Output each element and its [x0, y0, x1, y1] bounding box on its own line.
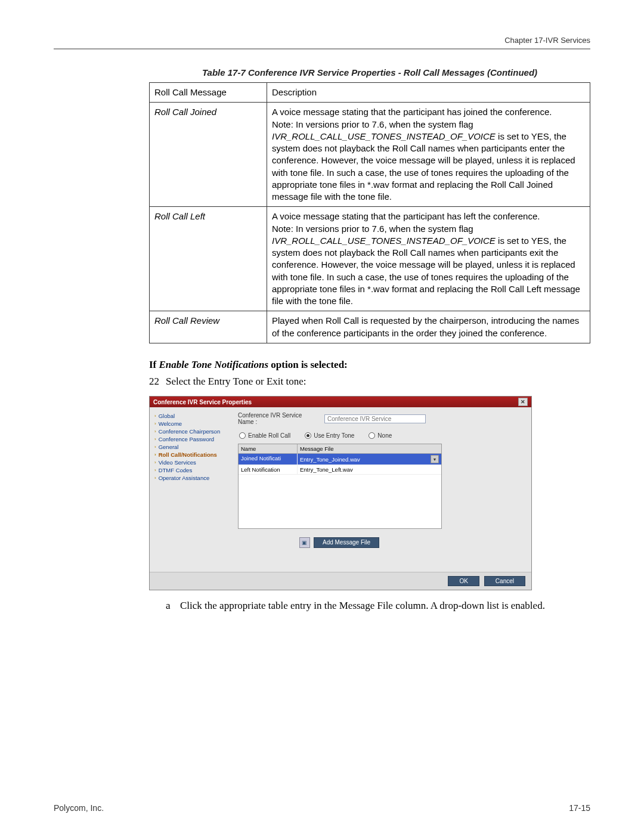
nav-item[interactable]: ›Operator Assistance — [154, 474, 232, 482]
chevron-right-icon: › — [154, 475, 156, 481]
nav-item[interactable]: ›General — [154, 443, 232, 451]
chevron-right-icon: › — [154, 444, 156, 450]
substep-a: aClick the appropriate table entry in th… — [166, 599, 590, 614]
message-row[interactable]: Joined NotificatiEntry_Tone_Joined.wav▼ — [239, 454, 441, 465]
tone-radio-group: Enable Roll Call Use Entry Tone None — [238, 432, 527, 439]
nav-item-label: Operator Assistance — [159, 475, 210, 481]
service-name-input[interactable]: Conference IVR Service — [324, 414, 426, 423]
dropdown-arrow-icon[interactable]: ▼ — [431, 455, 439, 463]
nav-item-label: Conference Chairperson — [159, 428, 221, 435]
msg-head-name: Name — [239, 444, 298, 453]
roll-call-desc: A voice message stating that the partici… — [267, 103, 590, 207]
cancel-button[interactable]: Cancel — [484, 576, 525, 586]
dialog-titlebar: Conference IVR Service Properties ✕ — [150, 397, 531, 407]
nav-item-label: DTMF Codes — [159, 467, 192, 473]
ivr-properties-dialog: Conference IVR Service Properties ✕ ›Glo… — [149, 396, 532, 590]
nav-item[interactable]: ›DTMF Codes — [154, 466, 232, 474]
chevron-right-icon: › — [154, 467, 156, 473]
add-file-icon[interactable]: ▣ — [299, 537, 310, 548]
roll-call-name: Roll Call Left — [150, 207, 267, 311]
service-name-label: Conference IVR Service Name : — [238, 412, 318, 425]
table-head-col1: Roll Call Message — [150, 83, 267, 103]
table-row: Roll Call JoinedA voice message stating … — [150, 103, 590, 207]
roll-call-desc: Played when Roll Call is requested by th… — [267, 311, 590, 343]
nav-item[interactable]: ›Video Services — [154, 459, 232, 466]
roll-call-desc: A voice message stating that the partici… — [267, 207, 590, 311]
nav-item[interactable]: ›Global — [154, 412, 232, 420]
table-head-col2: Description — [267, 83, 590, 103]
table-row: Roll Call LeftA voice message stating th… — [150, 207, 590, 311]
nav-item-label: Global — [159, 413, 175, 419]
chevron-right-icon: › — [154, 429, 156, 434]
nav-item[interactable]: ›Roll Call/Notifications — [154, 451, 232, 459]
table-caption: Table 17-7 Conference IVR Service Proper… — [149, 67, 590, 78]
chevron-right-icon: › — [154, 421, 156, 426]
msg-head-file: Message File — [298, 444, 441, 453]
dialog-title: Conference IVR Service Properties — [153, 399, 252, 405]
nav-item[interactable]: ›Welcome — [154, 420, 232, 428]
table-row: Roll Call ReviewPlayed when Roll Call is… — [150, 311, 590, 343]
chapter-header: Chapter 17-IVR Services — [54, 36, 590, 45]
radio-enable-roll-call[interactable]: Enable Roll Call — [239, 432, 290, 439]
footer-left: Polycom, Inc. — [54, 803, 104, 813]
chevron-right-icon: › — [154, 436, 156, 442]
nav-item[interactable]: ›Conference Password — [154, 435, 232, 443]
radio-none[interactable]: None — [369, 432, 392, 439]
nav-item-label: Video Services — [159, 459, 196, 466]
chevron-right-icon: › — [154, 452, 156, 457]
header-rule — [54, 48, 590, 49]
nav-item-label: General — [159, 444, 179, 450]
roll-call-name: Roll Call Review — [150, 311, 267, 343]
message-row-name: Left Notification — [239, 465, 298, 474]
step-22: 22Select the Entry Tone or Exit tone: — [149, 376, 590, 388]
message-row[interactable]: Left NotificationEntry_Tone_Left.wav — [239, 465, 441, 475]
add-message-file-button[interactable]: Add Message File — [314, 537, 379, 548]
nav-item[interactable]: ›Conference Chairperson — [154, 428, 232, 435]
close-icon[interactable]: ✕ — [518, 398, 528, 406]
roll-call-name: Roll Call Joined — [150, 103, 267, 207]
roll-call-table: Roll Call Message Description Roll Call … — [149, 82, 590, 343]
message-row-file: Entry_Tone_Joined.wav▼ — [298, 454, 441, 465]
condition-line: If Enable Tone Notifications option is s… — [149, 358, 590, 373]
ok-button[interactable]: OK — [448, 576, 479, 586]
chevron-right-icon: › — [154, 460, 156, 465]
footer-right: 17-15 — [569, 803, 590, 813]
chevron-right-icon: › — [154, 413, 156, 419]
message-row-name: Joined Notificati — [239, 454, 298, 465]
nav-item-label: Welcome — [159, 420, 182, 427]
nav-item-label: Conference Password — [159, 436, 214, 442]
nav-item-label: Roll Call/Notifications — [159, 451, 217, 458]
dialog-nav: ›Global›Welcome›Conference Chairperson›C… — [154, 412, 232, 567]
message-row-file: Entry_Tone_Left.wav — [298, 465, 441, 474]
radio-use-entry-tone[interactable]: Use Entry Tone — [305, 432, 354, 439]
message-file-table: Name Message File Joined NotificatiEntry… — [238, 444, 442, 529]
